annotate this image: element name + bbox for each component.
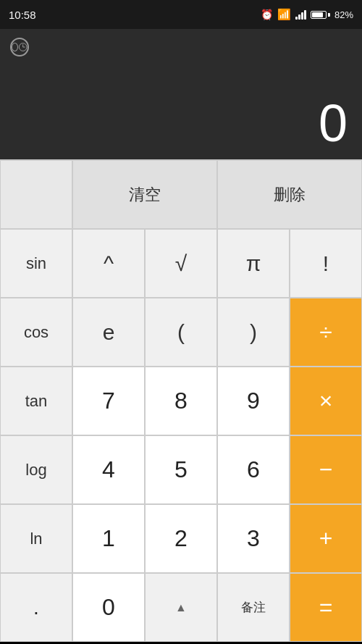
blank-cell (0, 160, 72, 229)
three-button[interactable]: 3 (217, 504, 290, 573)
multiply-button[interactable]: × (290, 367, 362, 435)
chevron-up-icon: ▲ (175, 601, 187, 614)
ln-button[interactable]: ln (0, 504, 72, 573)
battery-icon (311, 11, 330, 19)
zero-button[interactable]: 0 (72, 573, 145, 642)
note-button[interactable]: 备注 (217, 573, 290, 642)
e-button[interactable]: e (72, 298, 145, 367)
status-time: 10:58 (9, 9, 36, 21)
eight-button[interactable]: 8 (145, 367, 217, 435)
battery-percent: 82% (334, 9, 353, 20)
wifi-icon: 📶 (277, 8, 291, 21)
pi-button[interactable]: π (217, 229, 290, 298)
history-icon[interactable] (10, 38, 29, 57)
sin-button[interactable]: sin (0, 229, 72, 298)
divide-button[interactable]: ÷ (290, 298, 362, 367)
four-button[interactable]: 4 (72, 435, 145, 504)
signal-icon (295, 10, 306, 20)
six-button[interactable]: 6 (217, 435, 290, 504)
log-button[interactable]: log (0, 435, 72, 504)
cos-button[interactable]: cos (0, 298, 72, 367)
nine-button[interactable]: 9 (217, 367, 290, 435)
dot-button[interactable]: . (0, 573, 72, 642)
two-button[interactable]: 2 (145, 504, 217, 573)
chevron-up-button[interactable]: ▲ (145, 573, 217, 642)
equals-button[interactable]: = (290, 573, 362, 642)
status-bar: 10:58 ⏰ 📶 82% (0, 0, 362, 29)
factorial-button[interactable]: ! (290, 229, 362, 298)
one-button[interactable]: 1 (72, 504, 145, 573)
power-button[interactable]: ^ (72, 229, 145, 298)
five-button[interactable]: 5 (145, 435, 217, 504)
history-area[interactable] (0, 29, 362, 65)
display-value: 0 (319, 97, 348, 149)
display-area: 0 (0, 65, 362, 159)
plus-button[interactable]: + (290, 504, 362, 573)
tan-button[interactable]: tan (0, 367, 72, 435)
status-icons: ⏰ 📶 82% (261, 8, 353, 21)
calculator-grid: 清空 删除 sin ^ √ π ! cos e ( ) ÷ tan 7 8 9 … (0, 159, 362, 642)
right-paren-button[interactable]: ) (217, 298, 290, 367)
minus-button[interactable]: − (290, 435, 362, 504)
seven-button[interactable]: 7 (72, 367, 145, 435)
left-paren-button[interactable]: ( (145, 298, 217, 367)
clear-button[interactable]: 清空 (72, 160, 217, 229)
alarm-icon: ⏰ (261, 9, 273, 20)
delete-button[interactable]: 删除 (217, 160, 362, 229)
sqrt-button[interactable]: √ (145, 229, 217, 298)
